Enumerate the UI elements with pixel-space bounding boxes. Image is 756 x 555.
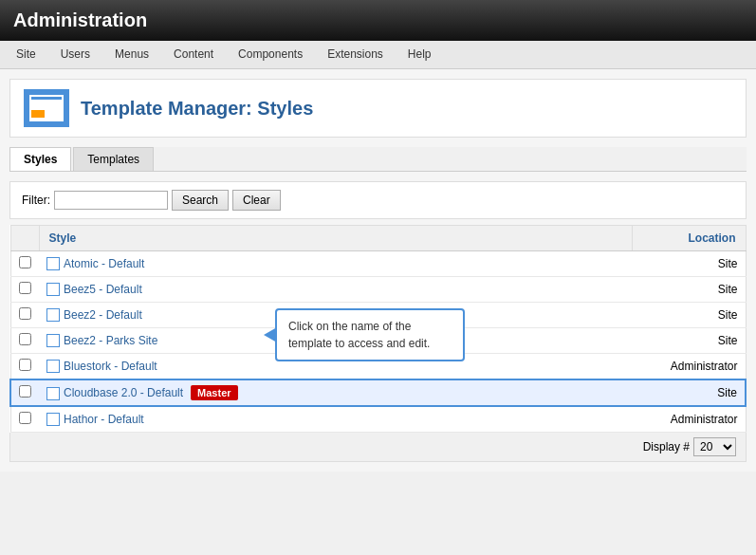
col-location: Location	[632, 226, 746, 251]
row-name-cell: Cloudbase 2.0 - DefaultMaster	[39, 379, 632, 406]
row-checkbox[interactable]	[19, 307, 31, 320]
row-location-cell: Site	[632, 303, 746, 328]
filter-label: Filter:	[22, 194, 50, 207]
row-location-cell: Site	[632, 379, 746, 406]
nav-site[interactable]: Site	[4, 41, 48, 68]
row-name-cell: Beez2 - Parks Site	[39, 328, 632, 354]
table-row: Atomic - DefaultSite	[10, 251, 746, 277]
clear-button[interactable]: Clear	[232, 190, 281, 211]
page-header: Template Manager: Styles	[9, 79, 747, 138]
nav-components[interactable]: Components	[226, 41, 315, 68]
row-checkbox-cell	[10, 379, 39, 406]
row-checkbox-cell	[10, 406, 39, 433]
nav-menus[interactable]: Menus	[102, 41, 161, 68]
filter-row: Filter: Search Clear	[9, 181, 747, 219]
nav-extensions[interactable]: Extensions	[315, 41, 396, 68]
display-select[interactable]: 20 50 100	[693, 437, 736, 456]
row-location-cell: Site	[632, 277, 746, 303]
search-button[interactable]: Search	[172, 190, 229, 211]
row-name-cell: Beez2 - Default	[39, 303, 632, 328]
table-row: Beez2 - DefaultSite	[10, 303, 746, 328]
row-template-icon	[46, 257, 60, 270]
col-style[interactable]: Style	[39, 226, 632, 251]
row-template-icon	[46, 387, 60, 400]
tab-templates[interactable]: Templates	[73, 147, 154, 171]
row-checkbox[interactable]	[19, 385, 31, 398]
page-title: Template Manager: Styles	[81, 98, 313, 120]
table-wrapper: Click on the name of the template to acc…	[9, 225, 747, 462]
admin-title: Administration	[13, 9, 743, 31]
row-template-icon	[46, 360, 60, 373]
row-template-icon	[46, 283, 60, 296]
display-label: Display #	[643, 440, 690, 453]
row-checkbox-cell	[10, 328, 39, 354]
row-template-icon	[46, 413, 60, 426]
row-name-link[interactable]: Beez2 - Default	[64, 308, 142, 322]
tabs-row: Styles Templates	[9, 147, 747, 172]
row-template-icon	[46, 334, 60, 347]
tab-styles[interactable]: Styles	[9, 147, 71, 171]
page-content: Template Manager: Styles Styles Template…	[0, 69, 756, 472]
row-checkbox[interactable]	[19, 412, 31, 424]
table-row: Cloudbase 2.0 - DefaultMasterSite	[10, 379, 746, 406]
row-name-cell: Bluestork - Default	[39, 354, 632, 380]
row-name-cell: Hathor - Default	[39, 406, 632, 433]
nav-help[interactable]: Help	[396, 41, 444, 68]
nav-bar: Site Users Menus Content Components Exte…	[0, 41, 756, 69]
table-row: Hathor - DefaultAdministrator	[10, 406, 746, 433]
row-name-cell: Beez5 - Default	[39, 277, 632, 303]
table-row: Beez5 - DefaultSite	[10, 277, 746, 303]
icon-inner	[29, 95, 64, 121]
row-location-cell: Administrator	[632, 406, 746, 433]
row-template-icon	[46, 308, 60, 322]
page-icon	[24, 89, 69, 127]
admin-header: Administration	[0, 0, 756, 41]
nav-content[interactable]: Content	[161, 41, 226, 68]
row-checkbox-cell	[10, 251, 39, 277]
row-location-cell: Site	[632, 251, 746, 277]
row-checkbox[interactable]	[19, 256, 31, 268]
row-checkbox-cell	[10, 277, 39, 303]
table-row: Bluestork - DefaultAdministrator	[10, 354, 746, 380]
footer-row: Display # 20 50 100	[9, 433, 747, 462]
row-name-link[interactable]: Beez2 - Parks Site	[64, 334, 157, 347]
nav-users[interactable]: Users	[48, 41, 102, 68]
row-checkbox[interactable]	[19, 333, 31, 345]
table-header-row: Style Location	[10, 226, 746, 251]
row-checkbox-cell	[10, 303, 39, 328]
master-badge: Master	[191, 385, 237, 400]
row-checkbox[interactable]	[19, 359, 31, 371]
row-checkbox[interactable]	[19, 282, 31, 294]
row-name-link[interactable]: Atomic - Default	[64, 257, 144, 270]
row-location-cell: Site	[632, 328, 746, 354]
data-table: Style Location Atomic - DefaultSiteBeez5…	[9, 225, 747, 433]
row-name-cell: Atomic - Default	[39, 251, 632, 277]
row-name-link[interactable]: Beez5 - Default	[64, 283, 142, 296]
row-name-link[interactable]: Bluestork - Default	[64, 360, 157, 373]
row-name-link[interactable]: Cloudbase 2.0 - Default	[64, 386, 183, 399]
row-checkbox-cell	[10, 354, 39, 380]
col-checkbox	[10, 226, 39, 251]
filter-input[interactable]	[54, 191, 168, 210]
table-row: Beez2 - Parks SiteSite	[10, 328, 746, 354]
row-location-cell: Administrator	[632, 354, 746, 380]
row-name-link[interactable]: Hathor - Default	[64, 413, 144, 426]
